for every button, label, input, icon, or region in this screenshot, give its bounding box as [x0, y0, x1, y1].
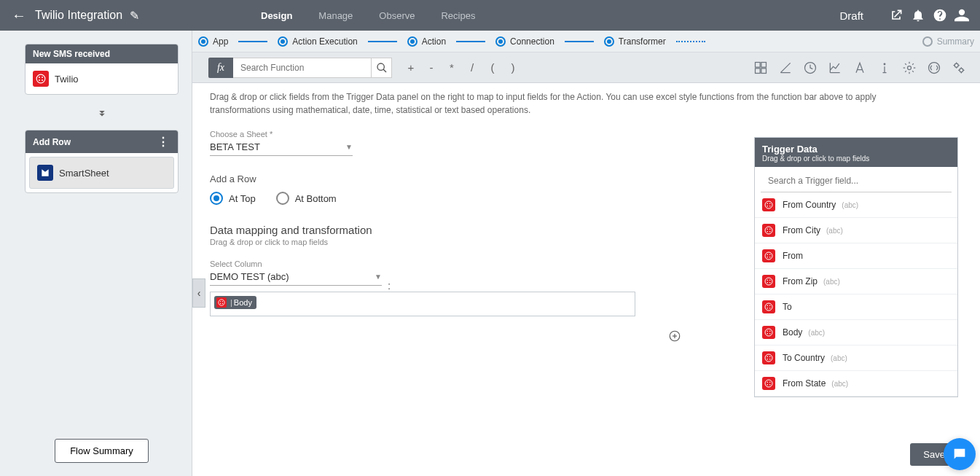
edit-pencil-icon[interactable]: ✎ [130, 9, 139, 23]
step-app[interactable]: App [198, 36, 228, 47]
tool-brackets-icon[interactable] [922, 61, 946, 75]
op-divide[interactable]: / [462, 61, 482, 74]
user-icon[interactable] [951, 8, 973, 23]
svg-point-32 [769, 228, 771, 230]
trigger-field-item[interactable]: From Country (abc) [755, 192, 957, 218]
twilio-icon [33, 71, 49, 87]
svg-line-6 [383, 69, 386, 72]
page-title: Twilio Integration [35, 9, 122, 22]
svg-point-44 [769, 282, 771, 284]
svg-point-28 [767, 206, 768, 207]
svg-point-5 [377, 63, 384, 70]
twilio-icon [762, 300, 775, 313]
op-paren-close[interactable]: ) [503, 61, 523, 74]
column-select[interactable]: DEMO TEST (abc) ▼ [210, 270, 382, 286]
trigger-field-type: (abc) [831, 380, 848, 388]
trigger-field-label: From State [783, 378, 826, 389]
tool-math-icon[interactable] [748, 61, 773, 75]
tool-cogs-icon[interactable] [946, 61, 971, 75]
svg-point-50 [765, 329, 772, 336]
svg-point-59 [769, 359, 771, 360]
tool-clock-icon[interactable] [798, 61, 823, 75]
trigger-card[interactable]: New SMS received Twilio [25, 44, 179, 95]
action-card-title: Add Row [33, 137, 71, 147]
fx-icon[interactable]: fx [208, 58, 233, 78]
bell-icon[interactable] [907, 8, 929, 23]
svg-point-18 [220, 301, 221, 302]
column-value: DEMO TEST (abc) [210, 271, 289, 282]
nav-design[interactable]: Design [248, 0, 305, 31]
trigger-panel-title: Trigger Data [762, 144, 950, 155]
card-menu-icon[interactable]: ⋮ [156, 135, 170, 149]
trigger-field-item[interactable]: To [755, 294, 957, 320]
chat-bubble-icon[interactable] [944, 438, 976, 470]
mapping-input[interactable]: | Body [210, 292, 635, 316]
svg-point-36 [767, 254, 768, 255]
svg-point-35 [765, 252, 772, 260]
trigger-field-item[interactable]: Body (abc) [755, 320, 957, 346]
trigger-panel-subtitle: Drag & drop or click to map fields [762, 155, 950, 163]
back-arrow-icon[interactable]: ← [6, 7, 32, 24]
trigger-field-label: To Country [783, 353, 825, 363]
step-transformer[interactable]: Transformer [604, 36, 666, 47]
colon-separator: : [388, 279, 391, 292]
open-external-icon[interactable] [885, 8, 907, 23]
help-icon[interactable] [929, 8, 951, 23]
trigger-search-input[interactable] [761, 170, 952, 192]
trigger-field-item[interactable]: From Zip (abc) [755, 269, 957, 294]
function-search-input[interactable] [233, 58, 372, 78]
svg-point-27 [769, 203, 771, 204]
svg-point-53 [767, 333, 768, 335]
sheet-value: BETA TEST [210, 141, 260, 152]
svg-point-0 [36, 74, 45, 83]
svg-point-41 [767, 279, 768, 281]
step-action[interactable]: Action [407, 36, 446, 47]
svg-point-61 [767, 381, 768, 383]
step-summary[interactable]: Summary [922, 36, 974, 47]
trigger-field-item[interactable]: From City (abc) [755, 218, 957, 243]
field-token-body[interactable]: | Body [214, 296, 256, 309]
trigger-field-label: To [783, 302, 792, 312]
add-column-button[interactable] [668, 329, 681, 345]
svg-point-33 [767, 231, 768, 233]
tool-gear-icon[interactable] [897, 61, 922, 75]
trigger-field-item[interactable]: From State (abc) [755, 371, 957, 397]
svg-point-31 [767, 228, 768, 230]
nav-recipes[interactable]: Recipes [428, 0, 488, 31]
sheet-select[interactable]: BETA TEST ▼ [210, 140, 353, 156]
trigger-field-item[interactable]: To Country (abc) [755, 346, 957, 371]
tool-angle-icon[interactable] [773, 61, 798, 75]
smartsheet-icon [37, 165, 53, 181]
svg-point-21 [222, 303, 223, 304]
action-card[interactable]: Add Row ⋮ SmartSheet [25, 130, 179, 193]
tool-chart-icon[interactable] [823, 61, 847, 75]
svg-rect-10 [761, 68, 767, 73]
nav-manage[interactable]: Manage [305, 0, 366, 31]
step-connection[interactable]: Connection [495, 36, 554, 47]
op-paren-open[interactable]: ( [482, 61, 503, 74]
tool-text-icon[interactable] [847, 61, 872, 75]
center-area: ‹ App Action Execution Action [192, 31, 980, 476]
nav-observe[interactable]: Observe [366, 0, 428, 31]
trigger-field-item[interactable]: From [755, 243, 957, 269]
trigger-field-type: (abc) [842, 201, 858, 209]
twilio-icon [762, 326, 775, 339]
step-action-execution[interactable]: Action Execution [278, 36, 357, 47]
svg-point-2 [42, 77, 43, 78]
tool-info-icon[interactable] [872, 61, 897, 75]
search-icon[interactable] [372, 58, 392, 78]
svg-point-60 [765, 380, 772, 387]
op-plus[interactable]: + [401, 61, 421, 74]
trigger-field-type: (abc) [831, 354, 847, 362]
trigger-data-panel: Trigger Data Drag & drop or click to map… [754, 137, 958, 397]
svg-point-16 [960, 68, 963, 71]
radio-at-top[interactable]: At Top [210, 192, 256, 205]
op-minus[interactable]: - [421, 61, 442, 74]
flow-summary-button[interactable]: Flow Summary [55, 439, 149, 463]
radio-at-bottom[interactable]: At Bottom [276, 192, 337, 205]
svg-point-13 [908, 66, 912, 69]
op-multiply[interactable]: * [442, 61, 462, 74]
svg-point-55 [765, 354, 772, 362]
topbar: ← Twilio Integration ✎ Design Manage Obs… [0, 0, 980, 31]
svg-point-48 [767, 308, 768, 309]
